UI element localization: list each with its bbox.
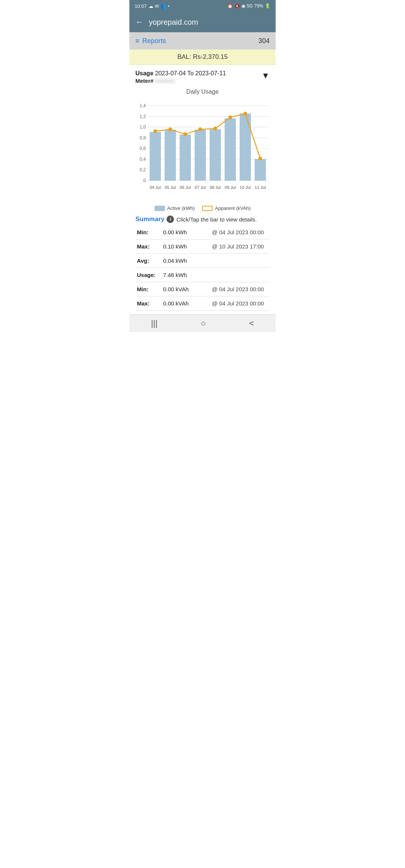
legend-active: Active (kWh) xyxy=(154,205,195,211)
info-icon[interactable]: i xyxy=(166,216,174,223)
summary-row-2: Avg: 0.04 kWh xyxy=(135,254,270,268)
daily-usage-chart[interactable]: 0 0,2 0,4 0,6 0,8 1,0 1,2 1,4 xyxy=(133,98,272,203)
summary-label-4: Min: xyxy=(135,282,162,296)
recent-apps-button[interactable]: ||| xyxy=(151,319,158,328)
svg-text:07 Jul: 07 Jul xyxy=(195,185,206,190)
summary-row-0: Min: 0.00 kWh @ 04 Jul 2023 00:00 xyxy=(135,225,270,239)
svg-text:1,0: 1,0 xyxy=(140,124,146,130)
svg-text:09 Jul: 09 Jul xyxy=(225,185,236,190)
summary-detail-2 xyxy=(210,254,270,268)
svg-text:1,4: 1,4 xyxy=(140,103,146,108)
status-bar: 10:07 ☁ ✉ 👥 • ⏰ 🔇 ◉ 5G 79% 🔋 xyxy=(129,0,276,12)
svg-text:0: 0 xyxy=(143,178,146,183)
line-dot-3 xyxy=(183,132,187,136)
summary-section: Summary i Click/Tap the bar to view deta… xyxy=(129,213,276,311)
svg-text:08 Jul: 08 Jul xyxy=(210,185,220,190)
summary-row-5: Max: 0.00 kVAh @ 04 Jul 2023 00:00 xyxy=(135,296,270,311)
summary-row-4: Min: 0.00 kVAh @ 04 Jul 2023 00:00 xyxy=(135,282,270,296)
bar-10jul[interactable] xyxy=(240,114,251,181)
summary-value-5: 0.00 kVAh xyxy=(162,296,210,311)
reports-label: Reports xyxy=(142,37,166,45)
home-button[interactable]: ○ xyxy=(201,319,206,328)
summary-row-1: Max: 0.10 kWh @ 10 Jul 2023 17:00 xyxy=(135,239,270,254)
alarm-icon: ⏰ xyxy=(227,3,233,9)
chart-title: Daily Usage xyxy=(133,88,272,95)
usage-title-block: Usage 2023-07-04 To 2023-07-11 Meter# ••… xyxy=(135,70,261,84)
summary-label-0: Min: xyxy=(135,225,162,239)
chart-legend: Active (kWh) Apparent (kVAh) xyxy=(133,205,272,211)
teams-icon: 👥 xyxy=(160,3,166,9)
chart-wrapper[interactable]: 0 0,2 0,4 0,6 0,8 1,0 1,2 1,4 xyxy=(133,98,272,203)
signal-icon: 5G xyxy=(247,3,253,9)
header-bar: ≡ Reports 304 xyxy=(129,32,276,49)
summary-hint: Click/Tap the bar to view details. xyxy=(176,216,256,223)
bar-09jul[interactable] xyxy=(225,118,236,181)
summary-detail-1: @ 10 Jul 2023 17:00 xyxy=(210,239,270,254)
hamburger-icon: ≡ xyxy=(135,37,140,45)
bar-04jul[interactable] xyxy=(150,132,161,181)
summary-row-3: Usage: 7.48 kWh xyxy=(135,268,270,282)
summary-detail-3 xyxy=(210,268,270,282)
legend-apparent-label: Apparent (kVAh) xyxy=(215,205,250,211)
usage-header: Usage 2023-07-04 To 2023-07-11 Meter# ••… xyxy=(129,65,276,85)
svg-text:0,6: 0,6 xyxy=(140,146,146,151)
summary-value-0: 0.00 kWh xyxy=(162,225,210,239)
summary-label-5: Max: xyxy=(135,296,162,311)
bar-05jul[interactable] xyxy=(165,130,176,181)
back-nav-button[interactable]: < xyxy=(249,319,254,328)
balance-text: BAL: Rs-2,370.15 xyxy=(177,53,228,60)
wifi-icon: ◉ xyxy=(242,3,245,9)
summary-detail-5: @ 04 Jul 2023 00:00 xyxy=(210,296,270,311)
summary-detail-0: @ 04 Jul 2023 00:00 xyxy=(210,225,270,239)
svg-text:0,8: 0,8 xyxy=(140,135,146,141)
meter-value: •••••••••• xyxy=(155,78,175,84)
balance-bar: BAL: Rs-2,370.15 xyxy=(129,49,276,65)
line-dot-8 xyxy=(258,157,262,160)
summary-label-3: Usage: xyxy=(135,268,162,282)
filter-button[interactable]: ▼ xyxy=(261,70,270,81)
chart-section: Daily Usage 0 0,2 0,4 0,6 0,8 1,0 1,2 1,… xyxy=(129,85,276,213)
summary-table: Min: 0.00 kWh @ 04 Jul 2023 00:00 Max: 0… xyxy=(135,225,270,311)
reports-menu-button[interactable]: ≡ Reports xyxy=(135,37,166,45)
cloud-icon: ☁ xyxy=(148,3,153,9)
line-dot-2 xyxy=(168,127,172,131)
summary-detail-4: @ 04 Jul 2023 00:00 xyxy=(210,282,270,296)
line-dot-4 xyxy=(198,127,202,131)
svg-text:11 Jul: 11 Jul xyxy=(255,185,266,190)
mute-icon: 🔇 xyxy=(234,3,240,9)
bar-06jul[interactable] xyxy=(180,135,191,181)
svg-text:05 Jul: 05 Jul xyxy=(165,185,176,190)
summary-value-1: 0.10 kWh xyxy=(162,239,210,254)
meter-label: Meter# xyxy=(135,78,153,84)
back-button[interactable]: ← xyxy=(135,17,144,27)
email-icon: ✉ xyxy=(155,3,159,9)
battery-level: 79% xyxy=(254,3,263,9)
summary-value-4: 0.00 kVAh xyxy=(162,282,210,296)
line-dot-1 xyxy=(153,129,157,133)
header-number: 304 xyxy=(258,37,270,45)
dot-icon: • xyxy=(168,3,170,9)
usage-date-line: Usage 2023-07-04 To 2023-07-11 xyxy=(135,70,261,77)
bar-07jul[interactable] xyxy=(195,130,206,181)
summary-header: Summary i Click/Tap the bar to view deta… xyxy=(135,216,270,223)
line-dot-5 xyxy=(213,127,217,130)
summary-title: Summary xyxy=(135,216,164,223)
nav-title: yoprepaid.com xyxy=(149,18,198,27)
line-dot-6 xyxy=(228,115,232,119)
bar-11jul[interactable] xyxy=(255,159,266,181)
summary-value-2: 0.04 kWh xyxy=(162,254,210,268)
usage-date-range: 2023-07-04 To 2023-07-11 xyxy=(155,70,226,76)
svg-text:10 Jul: 10 Jul xyxy=(240,185,250,190)
summary-label-2: Avg: xyxy=(135,254,162,268)
svg-text:0,4: 0,4 xyxy=(140,157,146,162)
status-left: 10:07 ☁ ✉ 👥 • xyxy=(135,3,170,9)
status-right: ⏰ 🔇 ◉ 5G 79% 🔋 xyxy=(227,3,270,9)
bar-08jul[interactable] xyxy=(210,129,221,181)
legend-apparent-box xyxy=(202,206,213,211)
bottom-nav: ||| ○ < xyxy=(129,314,276,332)
line-dot-7 xyxy=(243,112,247,115)
battery-icon: 🔋 xyxy=(265,3,270,9)
meter-line: Meter# •••••••••• xyxy=(135,78,261,84)
status-time: 10:07 xyxy=(135,3,147,9)
summary-value-3: 7.48 kWh xyxy=(162,268,210,282)
